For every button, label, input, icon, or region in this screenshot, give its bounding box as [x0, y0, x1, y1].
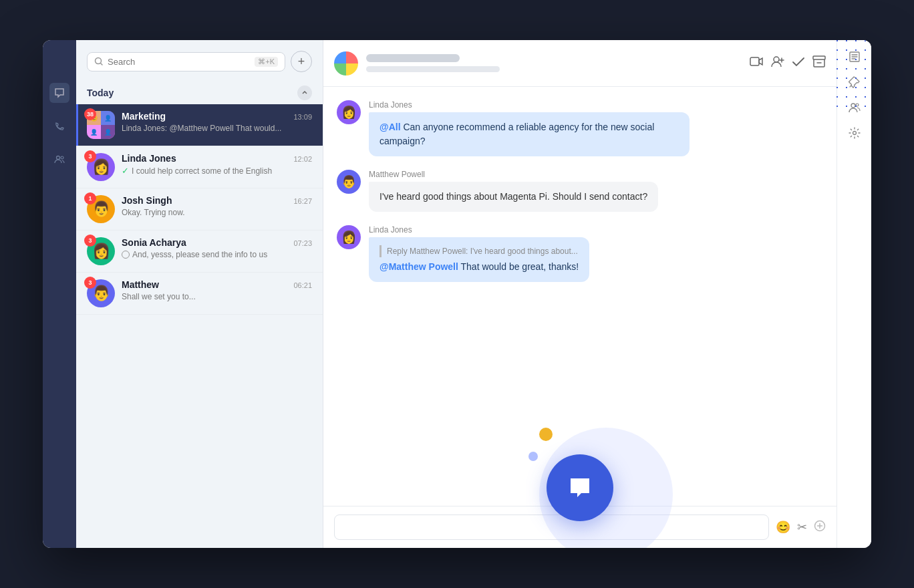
at-matthew-tag: @Matthew Powell [379, 261, 458, 272]
sidebar-members-icon[interactable] [849, 102, 861, 114]
chat-item-marketing[interactable]: 😊 👤 👤 👤 38 Marketing 13:09 Linda Jones: … [76, 104, 323, 146]
svg-rect-3 [750, 57, 759, 65]
header-name-placeholder [366, 54, 460, 62]
msg-sender-2: Matthew Powell [369, 170, 658, 179]
chat-item-josh[interactable]: 👨 1 Josh Singh 16:27 Okay. Trying now. [76, 188, 323, 231]
msg-sender-1: Linda Jones [369, 100, 690, 110]
emoji-button[interactable]: 😊 [776, 520, 790, 535]
unread-circle-icon [122, 251, 130, 259]
message-input-area: 😊 ✂ [323, 506, 836, 548]
chat-top-marketing: Marketing 13:09 [122, 111, 312, 122]
chat-time-matthew: 06:21 [293, 281, 312, 289]
msg-content-2: Matthew Powell I've heard good things ab… [369, 170, 658, 212]
add-conversation-button[interactable]: + [291, 51, 312, 72]
chat-preview-marketing: Linda Jones: @Matthew Powell That would.… [122, 124, 312, 133]
check-complete-icon[interactable] [792, 56, 804, 70]
chat-content-josh: Josh Singh 16:27 Okay. Trying now. [122, 195, 312, 217]
sidebar-pin-icon[interactable] [849, 76, 861, 88]
chat-name-linda: Linda Jones [122, 153, 176, 164]
collapse-button[interactable] [297, 86, 312, 100]
search-bar: ⌘+K + [76, 40, 323, 80]
svg-rect-5 [813, 56, 825, 59]
message-group-1: 👩 Linda Jones @All Can anyone recommend … [337, 100, 702, 156]
read-check-icon: ✓ [122, 166, 129, 176]
msg-bubble-2: I've heard good things about Magenta Pi.… [369, 182, 658, 212]
avatar-wrapper-matthew: 👨 3 [87, 279, 115, 307]
msg-text-3: That would be great, thanks! [461, 261, 579, 272]
message-input[interactable] [334, 514, 769, 540]
archive-icon[interactable] [812, 55, 826, 71]
avatar-wrapper-marketing: 😊 👤 👤 👤 38 [87, 111, 115, 139]
header-status-placeholder [366, 66, 500, 72]
msg-text-1: Can anyone recommend a reliable agency f… [379, 122, 654, 146]
svg-point-8 [851, 104, 855, 108]
chat-time-sonia: 07:23 [293, 239, 312, 247]
svg-point-1 [61, 156, 63, 159]
chat-header [323, 40, 836, 87]
msg-bubble-1: @All Can anyone recommend a reliable age… [369, 112, 690, 156]
search-icon [94, 57, 104, 66]
msg-content-3: Linda Jones Reply Matthew Powell: I've h… [369, 225, 589, 282]
right-sidebar [836, 40, 871, 548]
sidebar-settings-icon[interactable] [849, 127, 861, 139]
message-group-2: 👨 Matthew Powell I've heard good things … [337, 170, 702, 212]
header-avatar [334, 51, 358, 76]
badge-linda: 3 [84, 150, 96, 162]
avatar-wrapper-josh: 👨 1 [87, 195, 115, 223]
badge-sonia: 3 [84, 235, 96, 247]
sidebar-search-icon[interactable] [849, 51, 861, 63]
chat-content-matthew: Matthew 06:21 Shall we set you to... [122, 279, 312, 301]
search-input-wrapper[interactable]: ⌘+K [87, 52, 285, 71]
avatar-wrapper-linda: 👩 3 [87, 153, 115, 181]
mini-face-2: 👤 [101, 111, 115, 125]
chat-preview-linda: ✓ I could help correct some of the Engli… [122, 166, 312, 176]
chat-preview-matthew: Shall we set you to... [122, 292, 312, 301]
svg-point-4 [774, 57, 779, 62]
svg-point-9 [856, 104, 859, 106]
chat-name-matthew: Matthew [122, 279, 159, 290]
msg-bubble-3: Reply Matthew Powell: I've heard good th… [369, 237, 589, 282]
section-header: Today [76, 80, 323, 104]
chat-top-sonia: Sonia Acharya 07:23 [122, 237, 312, 248]
chat-item-sonia[interactable]: 👩 3 Sonia Acharya 07:23 And, yesss, plea… [76, 231, 323, 273]
svg-point-0 [57, 156, 60, 160]
chat-time-linda: 12:02 [293, 155, 312, 163]
msg-avatar-matthew-2: 👨 [337, 170, 361, 194]
search-input[interactable] [108, 57, 251, 67]
badge-marketing: 38 [84, 108, 96, 120]
chat-preview-josh: Okay. Trying now. [122, 208, 312, 217]
add-member-icon[interactable] [771, 55, 784, 71]
header-actions [750, 55, 826, 71]
video-call-icon[interactable] [750, 56, 763, 70]
msg-avatar-linda-1: 👩 [337, 100, 361, 124]
shortcut-label: ⌘+K [255, 57, 278, 67]
chat-name-josh: Josh Singh [122, 195, 172, 206]
chat-name-marketing: Marketing [122, 111, 166, 122]
chat-item-linda[interactable]: 👩 3 Linda Jones 12:02 ✓ I could help cor… [76, 146, 323, 188]
chat-list-panel: ⌘+K + Today 😊 👤 👤 [76, 40, 323, 548]
attachment-button[interactable] [814, 520, 826, 535]
chat-top-matthew: Matthew 06:21 [122, 279, 312, 290]
mini-face-4: 👤 [101, 125, 115, 139]
chat-item-matthew[interactable]: 👨 3 Matthew 06:21 Shall we set you to... [76, 273, 323, 315]
chat-time-josh: 16:27 [293, 197, 312, 205]
scissors-icon[interactable]: ✂ [797, 520, 807, 535]
msg-text-2: I've heard good things about Magenta Pi.… [379, 191, 647, 202]
msg-content-1: Linda Jones @All Can anyone recommend a … [369, 100, 690, 156]
left-sidebar [43, 40, 76, 548]
sidebar-team-icon[interactable] [49, 150, 69, 170]
msg-sender-3: Linda Jones [369, 225, 589, 235]
badge-matthew: 3 [84, 277, 96, 289]
chat-content-marketing: Marketing 13:09 Linda Jones: @Matthew Po… [122, 111, 312, 133]
sidebar-phone-icon[interactable] [49, 116, 69, 136]
reply-bar: Reply Matthew Powell: I've heard good th… [379, 245, 579, 257]
chat-name-sonia: Sonia Acharya [122, 237, 186, 248]
today-label: Today [87, 88, 114, 98]
messages-area[interactable]: 👩 Linda Jones @All Can anyone recommend … [323, 87, 836, 506]
app-window: ⌘+K + Today 😊 👤 👤 [43, 40, 871, 548]
at-all-tag: @All [379, 122, 401, 132]
msg-avatar-linda-3: 👩 [337, 225, 361, 249]
header-info [366, 54, 742, 72]
sidebar-chat-icon[interactable] [49, 83, 69, 103]
svg-point-10 [853, 132, 856, 135]
